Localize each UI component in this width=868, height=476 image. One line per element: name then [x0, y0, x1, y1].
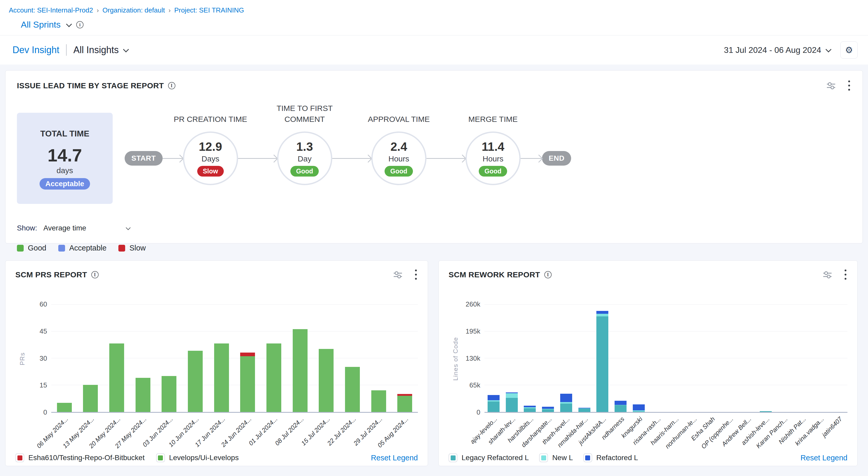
divider: [66, 44, 67, 56]
reset-legend-link[interactable]: Reset Legend: [800, 454, 847, 462]
bar-column[interactable]: [593, 305, 612, 412]
legend-label: Levelops/Ui-Levelops: [169, 454, 239, 462]
bar-segment: [633, 405, 645, 410]
breadcrumb-separator-icon: ›: [168, 7, 171, 14]
reset-legend-link[interactable]: Reset Legend: [371, 454, 418, 462]
chevron-down-icon[interactable]: [66, 21, 72, 27]
bar-column[interactable]: [235, 305, 261, 412]
bar-column[interactable]: [392, 305, 418, 412]
bar-segment: [397, 394, 412, 396]
flow-start-pill: START: [125, 151, 163, 166]
bar-segment: [542, 409, 554, 412]
stage-circle: 2.4HoursGood: [371, 131, 427, 185]
legend-label: Esha610/Testing-Repo-Of-Bitbucket: [28, 454, 145, 462]
flow-end-pill: END: [542, 151, 571, 166]
bar-column[interactable]: [775, 305, 793, 412]
legend-item[interactable]: Esha610/Testing-Repo-Of-Bitbucket: [16, 453, 145, 462]
total-time-rating-badge: Acceptable: [39, 178, 90, 189]
flow-arrow-icon: [427, 158, 465, 159]
bar-column[interactable]: [209, 305, 235, 412]
stage-value: 2.4: [391, 140, 407, 153]
legend-label: New L: [552, 454, 573, 462]
bar-column[interactable]: [702, 305, 720, 412]
bar-column[interactable]: [313, 305, 339, 412]
bar-column[interactable]: [261, 305, 287, 412]
stage-rating-badge: Good: [384, 166, 413, 177]
stage-title: APPROVAL TIME: [360, 114, 438, 125]
stage-rating-badge: Slow: [197, 166, 224, 177]
bar-column[interactable]: [720, 305, 739, 412]
bar-column[interactable]: [811, 305, 830, 412]
kebab-menu-icon[interactable]: [847, 80, 851, 92]
legend-item[interactable]: Refactored L: [583, 453, 638, 462]
bar-segment: [633, 411, 645, 412]
gear-icon: ⚙: [845, 45, 853, 55]
legend-item: Acceptable: [58, 244, 107, 252]
y-axis-tick: 195k: [466, 327, 480, 335]
bar-column[interactable]: [366, 305, 392, 412]
bar-column[interactable]: [182, 305, 209, 412]
filter-sliders-icon[interactable]: [826, 82, 836, 90]
bar-column[interactable]: [51, 305, 78, 412]
date-range-picker[interactable]: 31 Jul 2024 - 06 Aug 2024: [724, 45, 830, 55]
bar-column[interactable]: [666, 305, 684, 412]
bar-column[interactable]: [287, 305, 313, 412]
bar-column[interactable]: [630, 305, 648, 412]
insight-name-link[interactable]: Dev Insight: [12, 44, 59, 56]
stage-title: PR CREATION TIME: [172, 114, 250, 125]
panel-title-text: ISSUE LEAD TIME BY STAGE REPORT: [17, 81, 164, 90]
bar-column[interactable]: [485, 305, 503, 412]
lead-stage: APPROVAL TIME2.4HoursGood: [371, 131, 427, 185]
legend-item[interactable]: New L: [539, 453, 573, 462]
info-icon[interactable]: i: [76, 21, 84, 28]
bar-column[interactable]: [684, 305, 702, 412]
legend-label: Slow: [129, 244, 146, 252]
bar-column[interactable]: [575, 305, 593, 412]
bar-column[interactable]: [793, 305, 811, 412]
info-icon[interactable]: i: [91, 271, 99, 278]
bar-segment: [579, 409, 590, 412]
bar-column[interactable]: [130, 305, 156, 412]
bar-column[interactable]: [612, 305, 630, 412]
settings-button[interactable]: ⚙: [840, 41, 858, 59]
bar-column[interactable]: [156, 305, 182, 412]
kebab-menu-icon[interactable]: [843, 268, 847, 281]
bar-column[interactable]: [757, 305, 775, 412]
stage-unit: Days: [202, 154, 219, 163]
stage-rating-badge: Good: [290, 166, 319, 177]
stage-value: 12.9: [199, 140, 222, 153]
info-icon[interactable]: i: [544, 271, 552, 278]
bar-column[interactable]: [648, 305, 666, 412]
breadcrumb-organization-link[interactable]: Organization: default: [102, 6, 165, 14]
bar-column[interactable]: [521, 305, 539, 412]
show-metric-dropdown[interactable]: Average time: [43, 224, 129, 232]
bar-column[interactable]: [503, 305, 521, 412]
kebab-menu-icon[interactable]: [414, 268, 418, 281]
sprint-selector[interactable]: All Sprints: [21, 20, 61, 30]
bar-column[interactable]: [339, 305, 366, 412]
stage-value: 11.4: [482, 140, 504, 153]
bar-column[interactable]: [103, 305, 130, 412]
breadcrumb-project-link[interactable]: Project: SEI TRAINING: [174, 6, 244, 14]
bar-column[interactable]: [829, 305, 847, 412]
bar-column[interactable]: [739, 305, 757, 412]
bar-column[interactable]: [539, 305, 557, 412]
bar-column[interactable]: [78, 305, 104, 412]
legend-swatch: [17, 245, 24, 251]
y-axis-tick: 130k: [466, 354, 480, 362]
bar-segment: [560, 404, 572, 412]
y-axis-tick: 260k: [466, 300, 480, 308]
filter-sliders-icon[interactable]: [393, 271, 403, 279]
breadcrumb-separator-icon: ›: [97, 7, 99, 14]
filter-sliders-icon[interactable]: [823, 271, 832, 279]
legend-label: Legacy Refactored L: [462, 454, 529, 462]
plot-area: [485, 305, 847, 413]
info-icon[interactable]: i: [168, 82, 175, 89]
x-axis-labels: ajay-levelo...sharath-lev...harshilbits.…: [485, 413, 847, 451]
insights-dropdown[interactable]: All Insights: [73, 44, 127, 56]
legend-swatch: [539, 453, 548, 462]
bar-column[interactable]: [557, 305, 575, 412]
legend-item[interactable]: Levelops/Ui-Levelops: [156, 453, 239, 462]
breadcrumb-account-link[interactable]: Account: SEI-Internal-Prod2: [9, 6, 93, 14]
legend-item[interactable]: Legacy Refactored L: [448, 453, 529, 462]
